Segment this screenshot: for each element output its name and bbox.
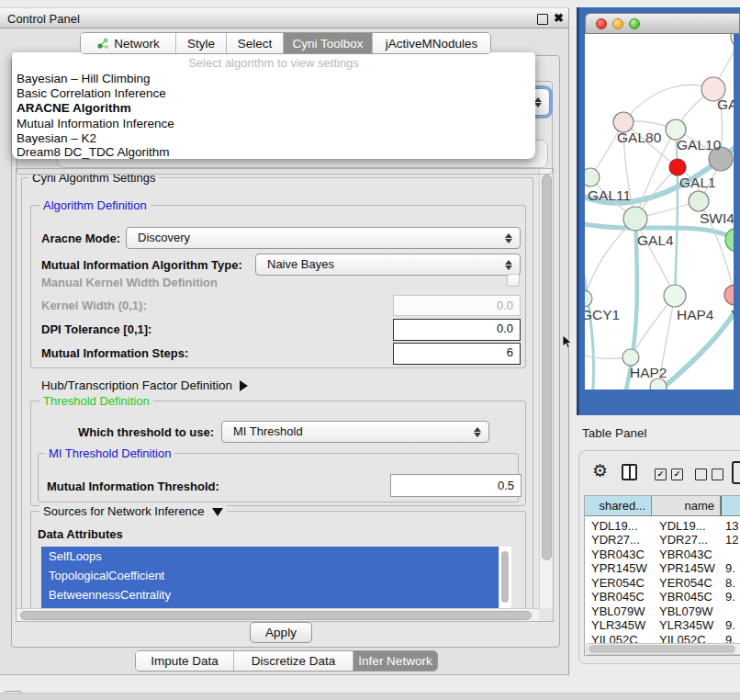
bottom-tabbar: Impute Data Discretize Data Infer Networ…: [135, 650, 438, 672]
column-header-shared[interactable]: shared...: [585, 496, 652, 516]
algorithm-option[interactable]: Basic Correlation Inference: [17, 86, 166, 101]
algorithm-option[interactable]: Mutual Information Inference: [17, 117, 174, 131]
node-label: GAL1: [679, 175, 716, 191]
attribute-item[interactable]: BetweennessCentrality: [41, 585, 511, 604]
mi-threshold-field[interactable]: 0.5: [390, 474, 521, 497]
tab-style[interactable]: Style: [175, 33, 226, 53]
settings-hscrollbar[interactable]: [17, 608, 539, 622]
manual-kernel-label: Manual Kernel Width Definition: [41, 276, 218, 289]
column-layout-icon[interactable]: [622, 464, 637, 480]
tab-jactivemnodules[interactable]: jActiveMNodules: [372, 33, 490, 53]
network-node-hap4[interactable]: [664, 285, 686, 307]
algorithm-option[interactable]: Dream8 DC_TDC Algorithm: [17, 145, 170, 160]
node-label: HAP2: [630, 365, 667, 381]
algorithm-option[interactable]: Bayesian – K2: [17, 131, 96, 146]
column-header-name[interactable]: name: [652, 496, 721, 516]
table-row[interactable]: YBR045CYBR045C9.: [585, 590, 740, 604]
tab-discretize-data[interactable]: Discretize Data: [233, 651, 353, 671]
algorithm-option[interactable]: Bayesian – Hill Climbing: [17, 72, 151, 86]
screen: Control Panel ✖ Network Style Select Cyn…: [0, 0, 740, 700]
network-window-titlebar[interactable]: [585, 13, 740, 34]
threshold-definition-title: Threshold Definition: [39, 394, 153, 408]
tab-impute-data[interactable]: Impute Data: [136, 651, 233, 671]
data-attributes-label: Data Attributes: [38, 527, 123, 541]
network-node-gal4[interactable]: [623, 207, 647, 231]
unchecked-box-icon: [695, 469, 707, 480]
node-label: GAL11: [588, 187, 631, 204]
vscroll-thumb[interactable]: [542, 175, 552, 560]
mi-threshold-title: MI Threshold Definition: [45, 446, 174, 460]
mouse-cursor: [561, 334, 573, 350]
algorithm-definition-title: Algorithm Definition: [39, 198, 151, 212]
close-icon[interactable]: ✖: [554, 11, 564, 25]
network-node-pink-right[interactable]: [724, 285, 734, 305]
table-hscroll-thumb[interactable]: [589, 645, 735, 653]
mi-steps-label: Mutual Information Steps:: [41, 346, 188, 360]
network-tab-icon: [96, 37, 109, 50]
close-traffic-light[interactable]: [596, 18, 607, 29]
network-node-swi4[interactable]: [689, 191, 709, 211]
gear-icon[interactable]: ⚙: [592, 462, 608, 480]
network-node-gcy1[interactable]: [585, 290, 592, 307]
settings-scrollpane: Cyni Algorithm Settings Algorithm Defini…: [16, 168, 554, 622]
node-label: Y: [731, 307, 734, 323]
mi-steps-field[interactable]: 6: [393, 343, 521, 365]
table-row[interactable]: YBL079WYBL079W: [585, 604, 740, 619]
node-label: GCY1: [585, 307, 620, 323]
node-label: GAL10: [677, 137, 721, 153]
table-row[interactable]: YER054CYER054C8.: [585, 576, 740, 591]
deselect-all-columns-icon[interactable]: [695, 469, 723, 480]
hub-definition-toggle[interactable]: Hub/Transcription Factor Definition: [41, 378, 253, 392]
control-panel-title: Control Panel: [7, 12, 80, 26]
apply-button[interactable]: Apply: [250, 622, 312, 643]
settings-vscrollbar[interactable]: [539, 169, 554, 608]
zoom-traffic-light[interactable]: [629, 18, 640, 29]
network-canvas[interactable]: GAL GAL80 GAL10 GAL1 GAL11 SWI4 GAL4 GCY…: [585, 34, 734, 390]
tab-network[interactable]: Network: [81, 33, 175, 53]
checked-box-icon: ✓: [671, 469, 683, 480]
column-header-partial[interactable]: [721, 496, 740, 516]
mi-threshold-label: Mutual Information Threshold:: [47, 480, 219, 493]
select-all-columns-icon[interactable]: ✓ ✓: [655, 469, 683, 480]
network-node-unlabeled-top[interactable]: [731, 34, 734, 48]
network-node-hap2[interactable]: [622, 349, 639, 366]
algorithm-option-selected[interactable]: ARACNE Algorithm: [17, 101, 131, 116]
table-panel-title: Table Panel: [582, 426, 647, 440]
network-node-gal11[interactable]: [585, 168, 600, 186]
collapsed-arrow-icon: [240, 380, 253, 391]
control-panel-tabbar: Network Style Select Cyni Toolbox jActiv…: [80, 32, 491, 54]
checked-box-icon: ✓: [655, 469, 667, 480]
tab-select[interactable]: Select: [226, 33, 283, 53]
which-threshold-combobox[interactable]: MI Threshold: [221, 421, 489, 443]
node-label: GAL80: [617, 130, 661, 146]
dpi-tolerance-label: DPI Tolerance [0,1]:: [41, 322, 151, 336]
tab-infer-network[interactable]: Infer Network: [353, 651, 437, 671]
dpi-tolerance-field[interactable]: 0.0: [393, 319, 521, 341]
expanded-arrow-icon: [212, 508, 223, 522]
attribute-item[interactable]: SelfLoops: [41, 547, 511, 566]
mi-type-label: Mutual Information Algorithm Type:: [41, 258, 242, 272]
table-row[interactable]: YDL19...YDL19...13: [585, 519, 740, 534]
algorithm-dropdown-popup: Select algorithm to view settings Bayesi…: [12, 52, 535, 159]
node-label: GAL4: [637, 232, 674, 249]
mi-type-combobox[interactable]: Naive Bayes: [255, 254, 521, 276]
tab-cyni-toolbox[interactable]: Cyni Toolbox: [283, 33, 372, 53]
table-hscrollbar[interactable]: [586, 643, 740, 655]
minimize-traffic-light[interactable]: [612, 18, 623, 29]
sources-title[interactable]: Sources for Network Inference: [39, 504, 227, 522]
attribute-item[interactable]: TopologicalCoefficient: [41, 566, 511, 585]
algorithm-dropdown-hint: Select algorithm to view settings: [12, 56, 535, 70]
which-threshold-label: Which threshold to use:: [78, 425, 214, 439]
export-table-icon-partial[interactable]: [732, 461, 740, 484]
table-row[interactable]: YBR043CYBR043C: [585, 548, 740, 562]
hscroll-thumb[interactable]: [20, 611, 532, 620]
table-row[interactable]: YLR345WYLR345W9.: [585, 618, 740, 633]
network-node-gal1[interactable]: [669, 159, 686, 175]
aracne-mode-combobox[interactable]: Discovery: [126, 227, 521, 249]
manual-kernel-checkbox: [507, 274, 520, 287]
table-row[interactable]: YDR27...YDR27...12: [585, 533, 740, 548]
network-node-green-right[interactable]: [725, 228, 734, 252]
table-row[interactable]: YPR145WYPR145W9.: [585, 561, 740, 576]
float-window-icon[interactable]: [537, 14, 548, 25]
node-label: SWI4: [700, 210, 734, 227]
